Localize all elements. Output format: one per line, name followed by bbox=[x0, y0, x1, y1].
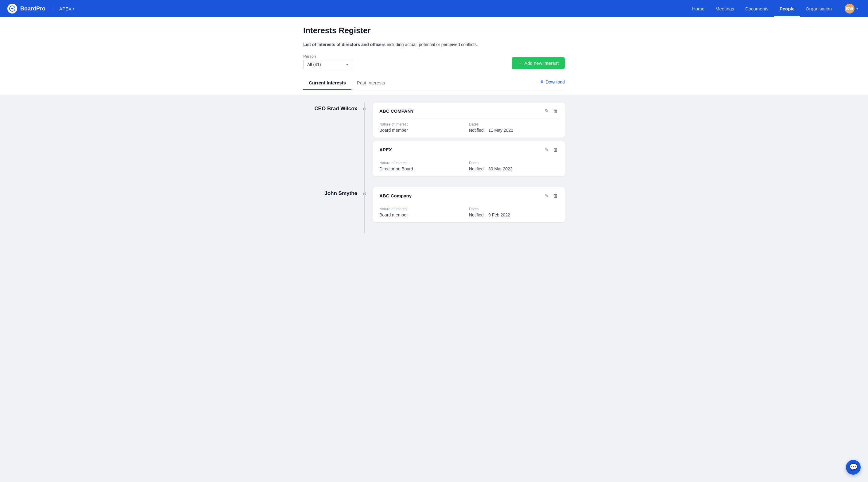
tab-current-interests[interactable]: Current Interests bbox=[303, 77, 351, 90]
person-label-col-john: John Smythe bbox=[303, 187, 365, 222]
nature-value-apex: Director on Board bbox=[379, 167, 469, 171]
notified-value-john-abc: Notified: 9 Feb 2022 bbox=[469, 212, 559, 217]
download-button[interactable]: ⬇ Download bbox=[540, 80, 565, 87]
card-header: ABC COMPANY ✎ 🗑 bbox=[379, 108, 559, 119]
page-header: Interests Register List of interests of … bbox=[0, 17, 868, 95]
company-name-john-abc: ABC Company bbox=[379, 193, 412, 198]
notified-date: 11 May 2022 bbox=[488, 128, 513, 132]
chat-icon: 💬 bbox=[849, 463, 858, 471]
nature-value: Board member bbox=[379, 128, 469, 132]
register-content: CEO Brad Wilcox ABC COMPANY ✎ 🗑 Nature o… bbox=[0, 95, 868, 241]
user-avatar-area[interactable]: BW ▾ bbox=[837, 4, 861, 13]
edit-button-john-abc[interactable]: ✎ bbox=[544, 192, 549, 199]
nav-home[interactable]: Home bbox=[687, 0, 710, 17]
nature-field: Nature of interest Board member bbox=[379, 122, 469, 132]
delete-button-apex[interactable]: 🗑 bbox=[553, 146, 559, 153]
edit-button[interactable]: ✎ bbox=[544, 108, 549, 115]
interest-card-apex: APEX ✎ 🗑 Nature of interest Director on … bbox=[373, 141, 565, 176]
nav-documents[interactable]: Documents bbox=[740, 0, 774, 17]
description-rest: including actual, potential or perceived… bbox=[385, 42, 477, 47]
download-label: Download bbox=[546, 80, 565, 84]
plus-icon: ＋ bbox=[518, 60, 522, 66]
person-label-col: CEO Brad Wilcox bbox=[303, 102, 365, 176]
person-block-john-smythe: John Smythe ABC Company ✎ 🗑 Nature of in… bbox=[303, 187, 565, 222]
delete-button-john-abc[interactable]: 🗑 bbox=[553, 192, 559, 199]
dates-label-john-abc: Dates bbox=[469, 207, 559, 211]
nature-field-apex: Nature of interest Director on Board bbox=[379, 161, 469, 171]
edit-button-apex[interactable]: ✎ bbox=[544, 146, 549, 153]
dates-label: Dates bbox=[469, 122, 559, 126]
person-cards-col-ceo: ABC COMPANY ✎ 🗑 Nature of interest Board… bbox=[365, 102, 565, 176]
person-select[interactable]: All (41) bbox=[303, 60, 352, 69]
notified-date-apex: 30 Mar 2022 bbox=[488, 167, 513, 171]
delete-button[interactable]: 🗑 bbox=[553, 108, 559, 115]
nav-organisation[interactable]: Organisation bbox=[800, 0, 837, 17]
person-name-john: John Smythe bbox=[324, 190, 357, 197]
person-block-ceo-brad-wilcox: CEO Brad Wilcox ABC COMPANY ✎ 🗑 Nature o… bbox=[303, 102, 565, 176]
tabs-row: Current Interests Past Interests ⬇ Downl… bbox=[303, 77, 565, 90]
nature-label-john-abc: Nature of interest bbox=[379, 207, 469, 211]
card-actions-apex: ✎ 🗑 bbox=[544, 146, 559, 153]
nature-field-john-abc: Nature of interest Board member bbox=[379, 207, 469, 217]
notified-label-john-abc: Notified: bbox=[469, 212, 485, 217]
dates-label-apex: Dates bbox=[469, 161, 559, 165]
main-nav: Home Meetings Documents People Organisat… bbox=[687, 0, 861, 17]
navbar-divider bbox=[53, 4, 53, 13]
card-body-apex: Nature of interest Director on Board Dat… bbox=[379, 161, 559, 171]
timeline-line bbox=[364, 102, 365, 187]
add-interest-button[interactable]: ＋ Add new interest bbox=[512, 57, 565, 69]
notified-date-john-abc: 9 Feb 2022 bbox=[488, 212, 510, 217]
nature-value-john-abc: Board member bbox=[379, 212, 469, 217]
company-name: ABC COMPANY bbox=[379, 109, 414, 114]
card-header-john-abc: ABC Company ✎ 🗑 bbox=[379, 192, 559, 203]
dates-field: Dates Notified: 11 May 2022 bbox=[469, 122, 559, 132]
register-inner: CEO Brad Wilcox ABC COMPANY ✎ 🗑 Nature o… bbox=[296, 102, 572, 222]
company-name-apex: APEX bbox=[379, 147, 392, 152]
tab-past-interests[interactable]: Past Interests bbox=[351, 77, 391, 90]
notified-value: Notified: 11 May 2022 bbox=[469, 128, 559, 132]
nature-label: Nature of interest bbox=[379, 122, 469, 126]
card-actions-john-abc: ✎ 🗑 bbox=[544, 192, 559, 199]
notified-label: Notified: bbox=[469, 128, 485, 132]
boardpro-logo bbox=[7, 4, 17, 13]
card-actions: ✎ 🗑 bbox=[544, 108, 559, 115]
card-header-apex: APEX ✎ 🗑 bbox=[379, 146, 559, 157]
person-select-wrapper[interactable]: All (41) bbox=[303, 60, 352, 69]
notified-value-apex: Notified: 30 Mar 2022 bbox=[469, 167, 559, 171]
dates-field-john-abc: Dates Notified: 9 Feb 2022 bbox=[469, 207, 559, 217]
chat-button[interactable]: 💬 bbox=[846, 460, 861, 475]
add-interest-label: Add new interest bbox=[524, 60, 559, 66]
interest-card-abc-company: ABC COMPANY ✎ 🗑 Nature of interest Board… bbox=[373, 102, 565, 138]
nav-meetings[interactable]: Meetings bbox=[710, 0, 740, 17]
dates-field-apex: Dates Notified: 30 Mar 2022 bbox=[469, 161, 559, 171]
person-name-ceo: CEO Brad Wilcox bbox=[314, 106, 357, 112]
person-filter-group: Person All (41) bbox=[303, 54, 352, 69]
brand-logo-area[interactable]: BoardPro bbox=[7, 4, 45, 13]
org-name: APEX bbox=[59, 6, 71, 11]
download-icon: ⬇ bbox=[540, 80, 544, 84]
card-body-john-abc: Nature of interest Board member Dates No… bbox=[379, 207, 559, 217]
filters-row: Person All (41) ＋ Add new interest bbox=[303, 54, 565, 69]
user-chevron-icon: ▾ bbox=[856, 7, 858, 11]
org-selector[interactable]: APEX ▾ bbox=[59, 6, 74, 11]
person-filter-label: Person bbox=[303, 54, 352, 59]
interest-card-john-abc: ABC Company ✎ 🗑 Nature of interest Board… bbox=[373, 187, 565, 222]
org-chevron-icon: ▾ bbox=[73, 7, 74, 11]
nav-people[interactable]: People bbox=[774, 0, 800, 17]
user-avatar: BW bbox=[845, 4, 855, 13]
page-description: List of interests of directors and offic… bbox=[303, 41, 565, 48]
brand-name: BoardPro bbox=[20, 5, 45, 12]
nature-label-apex: Nature of interest bbox=[379, 161, 469, 165]
notified-label-apex: Notified: bbox=[469, 167, 485, 171]
navbar: BoardPro APEX ▾ Home Meetings Documents … bbox=[0, 0, 868, 17]
description-bold: List of interests of directors and offic… bbox=[303, 42, 385, 47]
card-body: Nature of interest Board member Dates No… bbox=[379, 122, 559, 132]
person-cards-col-john: ABC Company ✎ 🗑 Nature of interest Board… bbox=[365, 187, 565, 222]
page-title: Interests Register bbox=[303, 26, 565, 35]
timeline-line-john bbox=[364, 187, 365, 233]
